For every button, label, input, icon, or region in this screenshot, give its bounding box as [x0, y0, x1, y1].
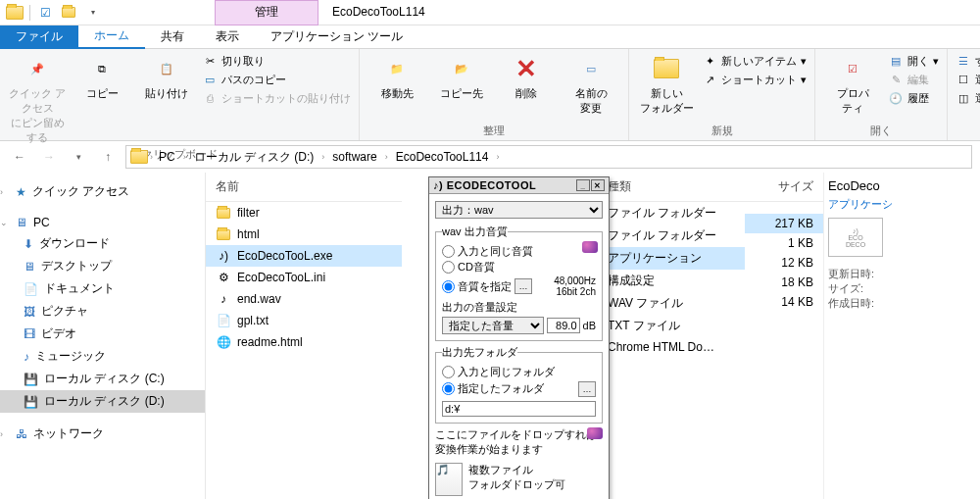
delete-button[interactable]: ✕削除	[497, 53, 556, 101]
browse-folder-button[interactable]: …	[578, 381, 596, 397]
file-kind[interactable]: Chrome HTML Do…	[598, 337, 745, 357]
navigation-pane[interactable]: ›★クイック アクセス ⌄🖥PC ⬇ダウンロード🖥デスクトップ📄ドキュメント🖼ピ…	[0, 173, 206, 499]
file-row[interactable]: ♪end.wav	[206, 288, 402, 310]
select-all-button[interactable]: ☰すべて選択	[956, 53, 980, 69]
qat-properties-icon[interactable]: ☑	[36, 4, 54, 22]
file-size[interactable]: 1 KB	[745, 233, 823, 253]
paste-shortcut-button[interactable]: ⎙ショートカットの貼り付け	[202, 90, 351, 106]
rename-button[interactable]: ▭名前の 変更	[562, 53, 620, 116]
file-tab[interactable]: ファイル	[0, 25, 78, 49]
file-kind[interactable]: ファイル フォルダー	[598, 225, 745, 247]
breadcrumb-segment[interactable]: ローカル ディスク (D:)	[190, 149, 318, 166]
chevron-right-icon[interactable]: ›	[383, 152, 390, 162]
file-row[interactable]: ⚙EcoDecoTooL.ini	[206, 267, 402, 288]
volume-value-input[interactable]	[547, 318, 580, 333]
file-row[interactable]: filter	[206, 202, 402, 224]
quality-detail-button[interactable]: …	[514, 278, 532, 294]
home-tab[interactable]: ホーム	[78, 25, 145, 49]
nav-item[interactable]: 💾ローカル ディスク (D:)	[0, 390, 205, 413]
file-size[interactable]: 12 KB	[745, 253, 823, 273]
outfolder-spec-radio[interactable]: 指定したフォルダ	[442, 381, 544, 396]
history-button[interactable]: 🕘履歴	[888, 90, 939, 106]
breadcrumb-segment[interactable]: PC	[155, 150, 179, 164]
nav-item[interactable]: 🖥デスクトップ	[0, 255, 205, 277]
properties-button[interactable]: ☑プロパ ティ	[823, 53, 882, 116]
copyto-button[interactable]: 📂コピー先	[432, 53, 491, 101]
column-header-size[interactable]: サイズ	[745, 173, 823, 202]
apptools-tab[interactable]: アプリケーション ツール	[261, 25, 413, 49]
share-tab[interactable]: 共有	[145, 25, 200, 49]
invert-selection-button[interactable]: ◫選択の切り替え	[956, 90, 980, 106]
chevron-right-icon[interactable]: ›	[181, 152, 188, 162]
pin-icon: 📌	[22, 53, 53, 84]
nav-item[interactable]: ♪ミュージック	[0, 345, 205, 368]
file-size[interactable]: 217 KB	[745, 214, 823, 233]
up-button[interactable]: ↑	[96, 145, 120, 169]
moveto-button[interactable]: 📁移動先	[368, 53, 426, 101]
forward-button[interactable]: →	[37, 145, 61, 169]
quality-spec-radio[interactable]: 音質を指定	[442, 279, 512, 294]
back-button[interactable]: ←	[8, 145, 31, 169]
folder-icon	[216, 205, 231, 221]
help-icon[interactable]	[582, 241, 598, 253]
output-path-input[interactable]	[442, 401, 596, 417]
file-row[interactable]: ♪)EcoDecoTooL.exe	[206, 245, 402, 267]
breadcrumb-segment[interactable]: EcoDecoTooL114	[392, 150, 493, 164]
chevron-right-icon[interactable]: ›	[319, 152, 326, 162]
select-none-button[interactable]: ☐選択解除	[956, 72, 980, 87]
exe-icon: ♪)	[216, 248, 231, 264]
file-kind[interactable]: WAV ファイル	[598, 292, 745, 315]
open-button[interactable]: ▤開く ▾	[888, 53, 939, 69]
nav-item[interactable]: 🎞ビデオ	[0, 323, 205, 345]
file-kind[interactable]: アプリケーション	[598, 247, 745, 270]
network-node[interactable]: ›🖧ネットワーク	[0, 423, 205, 445]
file-row[interactable]: 📄gpl.txt	[206, 310, 402, 331]
drop-target-icon[interactable]: 🎵	[435, 463, 463, 496]
edit-button[interactable]: ✎編集	[888, 72, 939, 87]
quality-cd-radio[interactable]: CD音質	[442, 260, 596, 274]
chevron-right-icon[interactable]: ›	[148, 152, 155, 162]
file-kind[interactable]: 構成設定	[598, 270, 745, 292]
close-button[interactable]: ✕	[591, 179, 605, 191]
column-header-name[interactable]: 名前	[206, 173, 402, 202]
file-size[interactable]: 18 KB	[745, 273, 823, 292]
quick-access-node[interactable]: ›★クイック アクセス	[0, 180, 205, 203]
new-folder-button[interactable]: 新しい フォルダー	[637, 53, 696, 116]
context-tab-manage[interactable]: 管理	[215, 0, 318, 25]
shortcut-icon: ⎙	[202, 90, 218, 106]
paste-button[interactable]: 📋 貼り付け	[137, 53, 196, 101]
new-shortcut-button[interactable]: ↗ショートカット ▾	[702, 72, 807, 87]
qat-customize[interactable]	[83, 4, 101, 22]
quality-same-radio[interactable]: 入力と同じ音質	[442, 244, 596, 259]
volume-mode-select[interactable]: 指定した音量	[442, 317, 544, 334]
nav-item[interactable]: 📄ドキュメント	[0, 277, 205, 300]
help-icon[interactable]	[587, 427, 603, 439]
nav-item[interactable]: 🖼ピクチャ	[0, 300, 205, 323]
file-row[interactable]: 🌐readme.html	[206, 331, 402, 353]
output-format-select[interactable]: 出力：wav	[435, 201, 603, 219]
selectnone-icon: ☐	[956, 72, 971, 87]
outfolder-same-radio[interactable]: 入力と同じフォルダ	[442, 365, 596, 379]
cut-button[interactable]: ✂切り取り	[202, 53, 351, 69]
file-row[interactable]: html	[206, 224, 402, 245]
file-kind[interactable]: ファイル フォルダー	[598, 202, 745, 225]
file-size[interactable]: 14 KB	[745, 292, 823, 312]
breadcrumb-segment[interactable]: software	[328, 150, 380, 164]
breadcrumb[interactable]: › PC›ローカル ディスク (D:)›software›EcoDecoTooL…	[125, 145, 972, 169]
ecodecotool-window[interactable]: ♪) ECODECOTOOL _ ✕ 出力：wav wav 出力音質 入力と同じ…	[428, 176, 610, 499]
pin-to-quickaccess-button[interactable]: 📌 クイック アクセス にピン留めする	[8, 53, 67, 145]
column-header-kind[interactable]: 種類	[598, 173, 745, 202]
file-kind[interactable]: TXT ファイル	[598, 315, 745, 337]
qat-newfolder-icon[interactable]	[60, 4, 77, 22]
copy-path-button[interactable]: ▭パスのコピー	[202, 72, 351, 87]
nav-item[interactable]: 💾ローカル ディスク (C:)	[0, 368, 205, 390]
view-tab[interactable]: 表示	[200, 25, 255, 49]
recent-locations-button[interactable]: ▾	[67, 145, 90, 169]
pc-node[interactable]: ⌄🖥PC	[0, 213, 205, 232]
folder-icon	[216, 226, 231, 242]
chevron-right-icon[interactable]: ›	[494, 152, 501, 162]
copy-button[interactable]: ⧉ コピー	[73, 53, 131, 101]
new-item-button[interactable]: ✦新しいアイテム ▾	[702, 53, 807, 69]
minimize-button[interactable]: _	[576, 179, 590, 191]
nav-item[interactable]: ⬇ダウンロード	[0, 232, 205, 255]
